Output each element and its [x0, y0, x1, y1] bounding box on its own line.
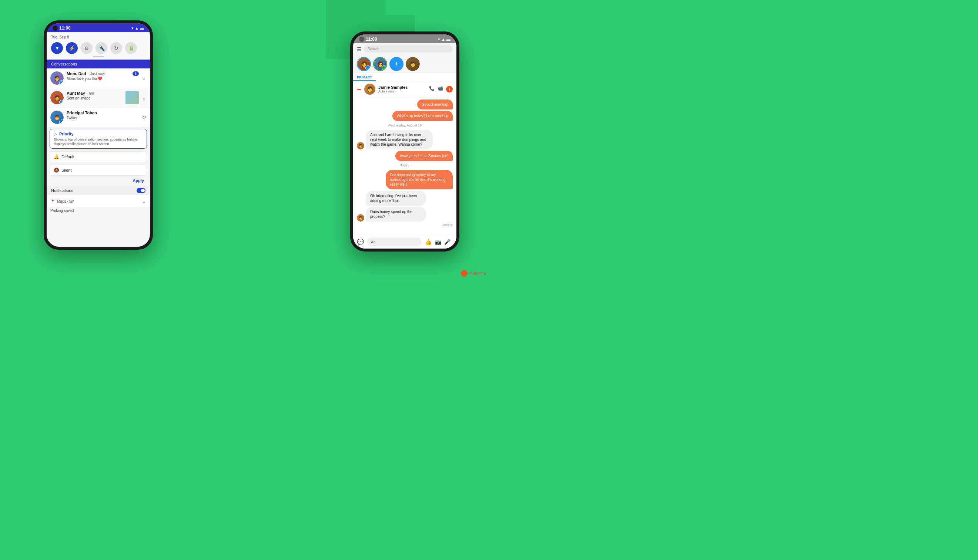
phone-left: 11:00 ▾ ▲ ▬ Tue, Sep 8 ▾ ⚡ ⊖ — [43, 20, 153, 250]
time-left: 11:00 — [59, 25, 71, 31]
avatar-mom-dad: 👩 — [50, 72, 64, 85]
apply-button[interactable]: Apply — [132, 178, 144, 183]
battery-icon-left: ▬ — [140, 26, 144, 30]
maps-pin-icon: 📍 — [50, 199, 55, 203]
option-silent[interactable]: 🔕 Silent — [50, 165, 147, 176]
battery-icon-right: ▬ — [446, 37, 450, 42]
signal-icon-right: ▲ — [441, 37, 445, 42]
notif-content-mom-dad: Mom, Dad · Just now Mom: love you too ❤️ — [67, 72, 130, 81]
chat-topbar: ☰ Search — [353, 43, 456, 55]
chat-info: Jamie Samples Active now — [378, 85, 426, 93]
chat-avatar: 👩 — [364, 83, 375, 95]
notif-time-aunt-may: 6m — [89, 92, 94, 95]
messages-area: Goood morning! What's up today? Let's me… — [353, 97, 456, 235]
back-icon[interactable]: ⬅ — [357, 86, 361, 92]
more-icon[interactable]: + — [453, 239, 456, 245]
dnd-toggle[interactable]: ⊖ — [81, 42, 92, 54]
notif-text-principal: Twitter — [67, 116, 139, 120]
avatar-principal-toben: 👨 — [50, 111, 64, 124]
bluetooth-icon: ⚡ — [69, 45, 75, 51]
avatar-badge-mom-dad — [59, 80, 64, 85]
notifications-header: Notifications — [47, 186, 150, 195]
wifi-icon-left: ▾ — [131, 26, 134, 31]
hamburger-icon[interactable]: ☰ — [357, 46, 362, 52]
fb-badge-1: f — [365, 65, 371, 71]
chat-actions: 📞 📹 i — [429, 86, 453, 92]
notifications-toggle[interactable] — [137, 188, 145, 193]
story-avatar-2[interactable]: 👩 — [373, 57, 387, 71]
date-divider-1: Wednesday, August 19 — [357, 123, 453, 127]
camera-dot-left — [53, 25, 58, 31]
watermark-logo — [460, 270, 468, 277]
notif-time-mom-dad: Just now — [90, 72, 104, 76]
bluetooth-toggle[interactable]: ⚡ — [66, 42, 78, 54]
rotate-toggle[interactable]: ↻ — [110, 42, 122, 54]
option-default[interactable]: 🔔 Default — [50, 151, 147, 162]
tabs-row: PRIMARY — [353, 73, 456, 82]
toggle-thumb — [141, 188, 145, 192]
search-bar[interactable]: Search — [364, 45, 453, 53]
story-avatar-inner-3: 👩 — [406, 57, 420, 71]
story-avatar-3[interactable]: 👩 — [406, 57, 420, 71]
phone-right: 11:00 ▾ ▲ ▬ ☰ Search 👩 f 👩 — [350, 32, 460, 252]
notif-name-mom-dad: Mom, Dad — [67, 72, 86, 76]
wifi-toggle[interactable]: ▾ — [51, 42, 63, 54]
avatar-badge-principal — [59, 120, 64, 124]
apply-row: Apply — [47, 177, 150, 186]
status-bar-right: 11:00 ▾ ▲ ▬ — [353, 34, 456, 43]
maps-notification[interactable]: 📍 Maps · 5m ⌄ — [47, 195, 150, 207]
battery-saver-toggle[interactable]: 🔋 — [125, 42, 137, 54]
status-icons-left: ▾ ▲ ▬ — [131, 26, 144, 31]
priority-dropdown[interactable]: ▷ Priority Shows at top of conversation … — [50, 129, 147, 149]
video-icon[interactable]: 📹 — [438, 86, 443, 92]
chevron-mom-dad[interactable]: ⌄ — [142, 75, 146, 81]
search-placeholder: Search — [368, 47, 379, 51]
option-silent-label: Silent — [62, 168, 72, 172]
flashlight-icon: 🔦 — [99, 45, 105, 51]
info-icon[interactable]: i — [446, 86, 453, 92]
notif-name-principal: Principal Toben — [67, 111, 97, 115]
stories-row: 👩 f 👩 + 👩 — [353, 55, 456, 73]
story-add-button[interactable]: + — [390, 57, 403, 71]
msg-2: What's up today? Let's meet up — [392, 111, 453, 121]
watermark: 中国好市场 — [460, 270, 486, 277]
mic-icon[interactable]: 🎤 — [444, 239, 450, 245]
story-avatar-1[interactable]: 👩 f — [357, 57, 371, 71]
phone-icon[interactable]: 📞 — [429, 86, 435, 92]
msg-6: Oh interesting. I've just been adding mo… — [366, 191, 426, 206]
wifi-icon: ▾ — [56, 45, 59, 51]
priority-label: Priority — [59, 132, 74, 136]
maps-app-name: Maps · 5m — [57, 199, 140, 203]
msg-row-6: 👩 Oh interesting. I've just been adding … — [357, 191, 453, 222]
notif-title-row-principal: Principal Toben — [67, 111, 139, 115]
wifi-icon-right: ▾ — [438, 37, 440, 42]
chat-header: ⬅ 👩 Jamie Samples Active now 📞 📹 i — [353, 82, 456, 97]
status-icons-right: ▾ ▲ ▬ — [438, 37, 450, 42]
messenger-icon[interactable]: 💬 — [357, 238, 364, 246]
conversation-aunt-may[interactable]: 👩 Aunt May · 6m Sent an image ⌄ — [47, 88, 150, 108]
bell-off-icon-silent: 🔕 — [53, 168, 59, 173]
qs-handle — [93, 56, 104, 57]
camera-icon-bottom[interactable]: 📷 — [435, 239, 441, 245]
settings-icon-principal[interactable]: ⚙ — [142, 115, 146, 120]
time-right: 11:00 — [366, 37, 377, 42]
conversation-principal-toben[interactable]: 👨 Principal Toben Twitter ⚙ — [47, 108, 150, 127]
priority-desc: Shows at top of conversation section, ap… — [53, 138, 143, 146]
message-input[interactable] — [367, 237, 421, 246]
like-icon[interactable]: 👍 — [425, 238, 432, 246]
msg-1: Goood morning! — [417, 100, 453, 110]
msg-avatar-6: 👩 — [357, 214, 364, 222]
status-bar-left: 11:00 ▾ ▲ ▬ — [47, 23, 150, 32]
priority-icon: ▷ — [53, 131, 57, 137]
chevron-aunt-may[interactable]: ⌄ — [142, 95, 146, 101]
tab-primary[interactable]: PRIMARY — [353, 74, 376, 81]
flashlight-toggle[interactable]: 🔦 — [95, 42, 107, 54]
qs-date: Tue, Sep 8 — [51, 35, 145, 39]
chevron-maps[interactable]: ⌄ — [142, 198, 146, 204]
msg-3: Anu and I are having folks over next wee… — [366, 130, 433, 150]
conversation-mom-dad[interactable]: 👩 Mom, Dad · Just now Mom: love you too … — [47, 68, 150, 88]
msg-badge-2 — [382, 65, 387, 71]
chat-name: Jamie Samples — [378, 85, 426, 90]
notif-content-aunt-may: Aunt May · 6m Sent an image — [67, 91, 122, 100]
phone-left-screen: 11:00 ▾ ▲ ▬ Tue, Sep 8 ▾ ⚡ ⊖ — [47, 23, 150, 247]
